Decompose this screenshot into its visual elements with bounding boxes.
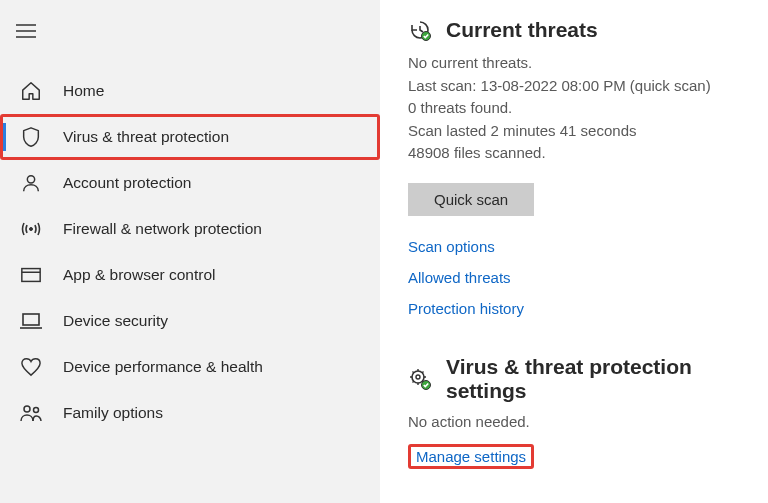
svg-point-1 [30, 228, 33, 231]
home-icon [17, 77, 45, 105]
svg-rect-3 [23, 314, 39, 325]
settings-header: Virus & threat protection settings [408, 355, 762, 403]
allowed-threats-link[interactable]: Allowed threats [408, 269, 762, 286]
person-icon [17, 169, 45, 197]
sidebar-item-label: Device security [63, 312, 168, 330]
settings-status: No action needed. [408, 413, 762, 430]
svg-point-8 [416, 375, 420, 379]
svg-point-4 [24, 406, 30, 412]
shield-icon [17, 123, 45, 151]
broadcast-icon [17, 215, 45, 243]
status-line: Last scan: 13-08-2022 08:00 PM (quick sc… [408, 75, 762, 98]
laptop-icon [17, 307, 45, 335]
manage-settings-highlight: Manage settings [408, 444, 534, 469]
sidebar-item-firewall[interactable]: Firewall & network protection [0, 206, 380, 252]
svg-rect-2 [22, 269, 40, 282]
manage-settings-link[interactable]: Manage settings [416, 448, 526, 465]
sidebar-item-device-security[interactable]: Device security [0, 298, 380, 344]
svg-point-0 [27, 176, 34, 183]
section-title: Virus & threat protection settings [446, 355, 762, 403]
sidebar-item-virus-threat[interactable]: Virus & threat protection [0, 114, 380, 160]
sidebar-item-account-protection[interactable]: Account protection [0, 160, 380, 206]
current-threats-header: Current threats [408, 18, 762, 42]
section-title: Current threats [446, 18, 598, 42]
hamburger-icon [16, 24, 36, 38]
sidebar-item-home[interactable]: Home [0, 68, 380, 114]
status-line: No current threats. [408, 52, 762, 75]
status-line: 0 threats found. [408, 97, 762, 120]
svg-point-5 [34, 408, 39, 413]
heart-icon [17, 353, 45, 381]
sidebar-item-label: Device performance & health [63, 358, 263, 376]
sidebar-item-label: App & browser control [63, 266, 216, 284]
people-icon [17, 399, 45, 427]
sidebar-item-family-options[interactable]: Family options [0, 390, 380, 436]
sidebar-item-label: Virus & threat protection [63, 128, 229, 146]
sidebar: Home Virus & threat protection Account p… [0, 0, 380, 503]
scan-options-link[interactable]: Scan options [408, 238, 762, 255]
history-icon [408, 18, 432, 42]
sidebar-item-label: Family options [63, 404, 163, 422]
sidebar-item-label: Home [63, 82, 104, 100]
protection-history-link[interactable]: Protection history [408, 300, 762, 317]
gear-icon [408, 367, 432, 391]
status-line: Scan lasted 2 minutes 41 seconds [408, 120, 762, 143]
quick-scan-button[interactable]: Quick scan [408, 183, 534, 216]
hamburger-menu[interactable] [0, 24, 380, 68]
sidebar-item-label: Firewall & network protection [63, 220, 262, 238]
sidebar-item-app-browser[interactable]: App & browser control [0, 252, 380, 298]
window-icon [17, 261, 45, 289]
status-line: 48908 files scanned. [408, 142, 762, 165]
sidebar-item-label: Account protection [63, 174, 191, 192]
threat-status: No current threats. Last scan: 13-08-202… [408, 52, 762, 165]
main-content: Current threats No current threats. Last… [380, 0, 768, 503]
sidebar-item-device-performance[interactable]: Device performance & health [0, 344, 380, 390]
